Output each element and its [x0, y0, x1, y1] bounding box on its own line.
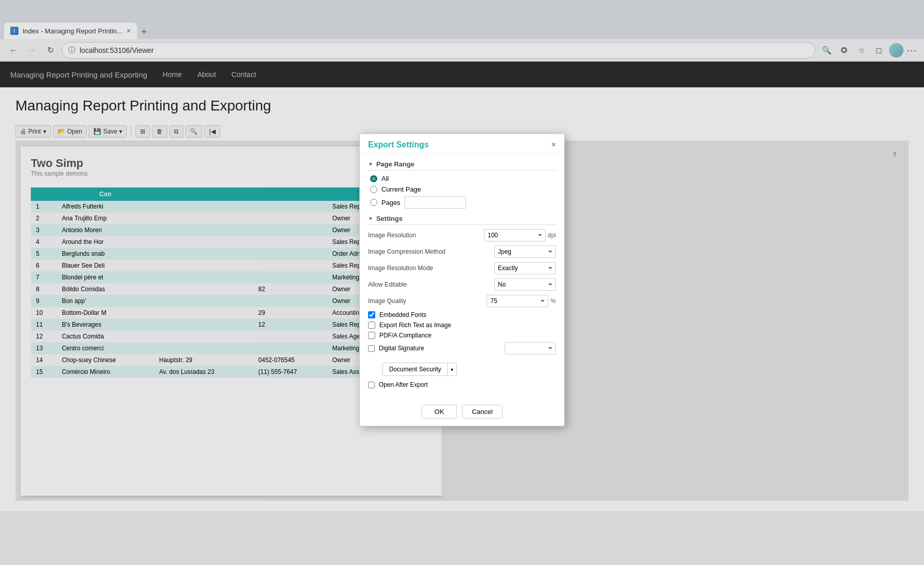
radio-pages-label: Pages [381, 199, 400, 206]
image-resolution-unit: dpi [548, 232, 556, 239]
digital-signature-input[interactable] [368, 345, 375, 352]
allow-editable-label: Allow Editable [368, 281, 494, 288]
radio-pages[interactable]: Pages [370, 196, 556, 209]
pdf-compliance-checkbox[interactable]: PDF/A Compliance [368, 332, 556, 339]
image-compression-label: Image Compression Method [368, 248, 494, 255]
page-range-label: Page Range [376, 160, 414, 168]
image-resolution-label: Image Resolution [368, 232, 484, 239]
open-after-export-input[interactable] [368, 382, 375, 388]
modal-title: Export Settings [368, 140, 429, 149]
image-quality-control: 75 % [487, 295, 556, 307]
modal-footer: OK Cancel [360, 400, 564, 426]
document-security-button[interactable]: Document Security [382, 363, 447, 376]
pages-input[interactable] [405, 196, 466, 209]
open-after-export-label: Open After Export [379, 381, 428, 388]
document-security-container: Document Security ▾ [368, 363, 556, 376]
modal-body: ▼ Page Range All Current Page Pages [360, 154, 564, 400]
page-range-group: All Current Page Pages [368, 175, 556, 209]
radio-pages-input[interactable] [370, 199, 377, 206]
digital-signature-row: Digital Signature [368, 342, 556, 354]
digital-signature-select[interactable] [505, 342, 556, 354]
allow-editable-row: Allow Editable No [368, 278, 556, 291]
image-resolution-select[interactable]: 100 [484, 229, 546, 241]
document-security-btn-group: Document Security ▾ [382, 363, 556, 376]
open-after-export-checkbox[interactable]: Open After Export [368, 381, 556, 388]
embedded-fonts-checkbox[interactable]: Embedded Fonts [368, 311, 556, 318]
radio-all-label: All [381, 175, 389, 182]
export-rich-text-label: Export Rich Text as Image [379, 322, 451, 329]
allow-editable-select[interactable]: No [494, 278, 556, 291]
image-compression-row: Image Compression Method Jpeg [368, 246, 556, 258]
digital-signature-checkbox[interactable]: Digital Signature [368, 345, 505, 352]
page-range-arrow-icon: ▼ [368, 161, 373, 167]
image-compression-control: Jpeg [494, 246, 556, 258]
page-range-header: ▼ Page Range [368, 160, 556, 171]
embedded-fonts-input[interactable] [368, 311, 375, 318]
image-quality-label: Image Quality [368, 297, 487, 305]
modal-close-button[interactable]: × [551, 140, 556, 149]
image-resolution-mode-control: Exactly [494, 262, 556, 274]
radio-all-input[interactable] [370, 175, 377, 182]
image-quality-select[interactable]: 75 [487, 295, 548, 307]
radio-current[interactable]: Current Page [370, 185, 556, 193]
pdf-compliance-input[interactable] [368, 332, 375, 339]
export-settings-modal: Export Settings × ▼ Page Range All Curre… [359, 134, 565, 426]
digital-signature-label: Digital Signature [379, 345, 424, 352]
ok-button[interactable]: OK [421, 405, 457, 419]
radio-current-label: Current Page [381, 185, 421, 193]
allow-editable-control: No [494, 278, 556, 291]
cancel-button[interactable]: Cancel [462, 405, 502, 419]
settings-arrow-icon: ▼ [368, 216, 373, 221]
settings-label: Settings [376, 215, 402, 222]
image-resolution-mode-select[interactable]: Exactly [494, 262, 556, 274]
radio-all[interactable]: All [370, 175, 556, 182]
embedded-fonts-label: Embedded Fonts [379, 311, 426, 318]
image-quality-row: Image Quality 75 % [368, 295, 556, 307]
modal-overlay: Export Settings × ▼ Page Range All Curre… [0, 0, 924, 565]
image-resolution-control: 100 dpi [484, 229, 556, 241]
document-security-dropdown[interactable]: ▾ [447, 363, 457, 376]
pdf-compliance-label: PDF/A Compliance [379, 332, 431, 339]
modal-header: Export Settings × [360, 134, 564, 154]
image-quality-unit: % [550, 297, 556, 305]
radio-current-input[interactable] [370, 186, 377, 193]
export-rich-text-input[interactable] [368, 322, 375, 329]
image-compression-select[interactable]: Jpeg [494, 246, 556, 258]
settings-header: ▼ Settings [368, 215, 556, 225]
image-resolution-mode-label: Image Resolution Mode [368, 265, 494, 272]
image-resolution-mode-row: Image Resolution Mode Exactly [368, 262, 556, 274]
image-resolution-row: Image Resolution 100 dpi [368, 229, 556, 241]
export-rich-text-checkbox[interactable]: Export Rich Text as Image [368, 322, 556, 329]
checkbox-group: Embedded Fonts Export Rich Text as Image… [368, 311, 556, 359]
